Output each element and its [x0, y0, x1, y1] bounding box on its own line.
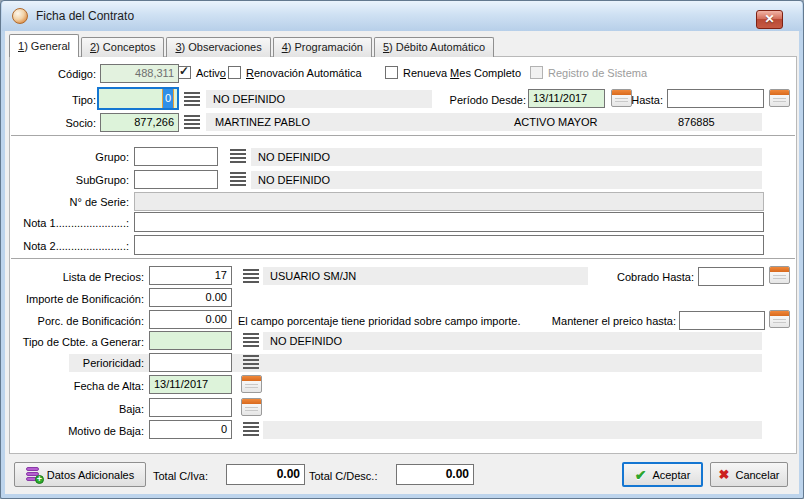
perioricidad-input[interactable] [149, 353, 232, 372]
grupo-display: NO DEFINIDO [251, 148, 762, 166]
lista-precios-display: USUARIO SM/JN [263, 267, 588, 285]
perioricidad-label: Perioricidad: [9, 354, 144, 372]
aceptar-button[interactable]: ✔ Aceptar [622, 462, 703, 487]
tab-strip: 1) General 2) Conceptos 3) Observaciones… [9, 34, 496, 57]
activo-checkbox-box [178, 66, 191, 79]
hasta-input[interactable] [667, 89, 764, 108]
porc-bonificacion-label: Porc. de Bonificación: [9, 312, 144, 330]
tipo-display: NO DEFINIDO [206, 90, 432, 108]
lista-precios-input[interactable]: 17 [149, 266, 232, 285]
tipo-cbte-input[interactable] [149, 331, 232, 350]
grupo-label: Grupo: [9, 148, 129, 166]
total-desc-label: Total C/Desc.: [309, 467, 391, 485]
socio-display: MARTINEZ PABLO ACTIVO MAYOR 876885 [206, 113, 762, 131]
nota2-label: Nota 2.......................: [9, 237, 129, 255]
window-title: Ficha del Contrato [36, 9, 134, 23]
motivo-baja-label: Motivo de Baja: [9, 422, 144, 440]
tab-programacion[interactable]: 4) Programación [273, 37, 372, 57]
tab-debito-automatico[interactable]: 5) Débito Automático [374, 37, 494, 57]
title-bar: Ficha del Contrato [2, 1, 802, 31]
serie-label: N° de Serie: [9, 193, 129, 211]
codigo-label: Código: [9, 65, 96, 83]
socio-name: MARTINEZ PABLO [215, 113, 310, 131]
tab-observaciones[interactable]: 3) Observaciones [166, 37, 270, 57]
menu-icon [243, 333, 259, 335]
close-button[interactable]: ✕ [756, 10, 783, 29]
nota2-input[interactable] [134, 235, 764, 255]
grupo-input[interactable] [134, 147, 218, 166]
tipo-label: Tipo: [9, 91, 96, 109]
motivo-baja-display [263, 421, 762, 439]
periodo-desde-input[interactable]: 13/11/2017 [528, 89, 605, 108]
motivo-baja-input[interactable]: 0 [149, 420, 232, 439]
fecha-alta-calendar-icon[interactable] [241, 375, 262, 393]
cobrado-hasta-input[interactable] [698, 267, 764, 286]
subgrupo-display: NO DEFINIDO [251, 171, 762, 189]
tipo-lookup-button[interactable] [182, 90, 202, 107]
menu-icon [243, 422, 259, 424]
socio-input[interactable]: 877,266 [100, 113, 179, 132]
baja-label: Baja: [9, 400, 144, 418]
app-icon [12, 8, 28, 24]
datos-adicionales-button[interactable]: Datos Adicionales [14, 462, 146, 487]
importe-bonificacion-input[interactable]: 0.00 [149, 288, 232, 307]
fecha-alta-input[interactable]: 13/11/2017 [149, 375, 232, 394]
cobrado-hasta-label: Cobrado Hasta: [591, 268, 694, 286]
dialog-ficha-del-contrato: Ficha del Contrato ✕ 1) General 2) Conce… [0, 0, 804, 499]
socio-lookup-button[interactable] [182, 113, 202, 130]
menu-icon [243, 355, 259, 357]
socio-numero: 876885 [678, 113, 715, 131]
subgrupo-label: SubGrupo: [9, 171, 129, 189]
lista-precios-lookup-button[interactable] [241, 267, 261, 284]
socio-label: Socio: [9, 114, 96, 132]
tipo-cbte-label: Tipo de Cbte. a Generar: [9, 333, 144, 351]
aceptar-label: Aceptar [652, 469, 690, 481]
menu-icon [230, 172, 246, 174]
codigo-field: 488,311 [100, 64, 179, 83]
cancelar-button[interactable]: ✖ Cancelar [710, 462, 788, 487]
perioricidad-lookup-button[interactable] [241, 353, 261, 370]
registro-de-sistema-checkbox: Registro de Sistema [530, 66, 647, 79]
renovacion-automatica-checkbox[interactable]: Renovación Automática [228, 66, 362, 79]
renovacion-checkbox-box [228, 66, 241, 79]
fecha-alta-label: Fecha de Alta: [9, 377, 144, 395]
mantener-precio-calendar-icon[interactable] [769, 310, 790, 328]
baja-input[interactable] [149, 398, 232, 417]
serie-field [134, 192, 764, 211]
mantener-precio-input[interactable] [679, 311, 765, 330]
registro-checkbox-box [530, 66, 543, 79]
porc-bonificacion-input[interactable]: 0.00 [149, 310, 232, 329]
tab-general[interactable]: 1) General [9, 34, 79, 57]
tipo-input-selected-text: 0 [163, 89, 173, 108]
motivo-baja-lookup-button[interactable] [241, 420, 261, 437]
registro-checkbox-label: Registro de Sistema [548, 67, 647, 79]
baja-calendar-icon[interactable] [241, 398, 262, 416]
renueva-mes-completo-checkbox[interactable]: Renueva Mes Completo [385, 66, 521, 79]
mantener-precio-label: Mantener el preico hasta: [546, 312, 676, 330]
renovacion-checkbox-label: Renovación Automática [246, 67, 362, 79]
separator [11, 258, 795, 260]
hasta-label: Hasta: [614, 91, 663, 109]
subgrupo-input[interactable] [134, 170, 218, 189]
cobrado-hasta-calendar-icon[interactable] [769, 266, 790, 284]
periodo-desde-label: Período Desde: [421, 91, 526, 109]
socio-estado: ACTIVO MAYOR [514, 113, 598, 131]
grupo-lookup-button[interactable] [228, 147, 248, 164]
total-iva-label: Total C/Iva: [153, 467, 223, 485]
nota1-input[interactable] [134, 212, 764, 232]
tipo-cbte-lookup-button[interactable] [241, 331, 261, 348]
importe-bonificacion-label: Importe de Bonificación: [9, 290, 144, 308]
check-icon: ✔ [635, 467, 647, 483]
tipo-cbte-display: NO DEFINIDO [263, 332, 762, 350]
total-iva-field: 0.00 [226, 464, 305, 485]
database-plus-icon [26, 467, 41, 482]
activo-checkbox[interactable]: Activo [178, 66, 226, 79]
tab-conceptos[interactable]: 2) Conceptos [81, 37, 164, 57]
tipo-input[interactable]: 0 [97, 87, 179, 110]
cancelar-label: Cancelar [735, 469, 779, 481]
subgrupo-lookup-button[interactable] [228, 170, 248, 187]
menu-icon [184, 115, 200, 117]
cross-icon: ✖ [719, 467, 730, 482]
hasta-calendar-icon[interactable] [769, 89, 790, 107]
renueva-checkbox-box [385, 66, 398, 79]
